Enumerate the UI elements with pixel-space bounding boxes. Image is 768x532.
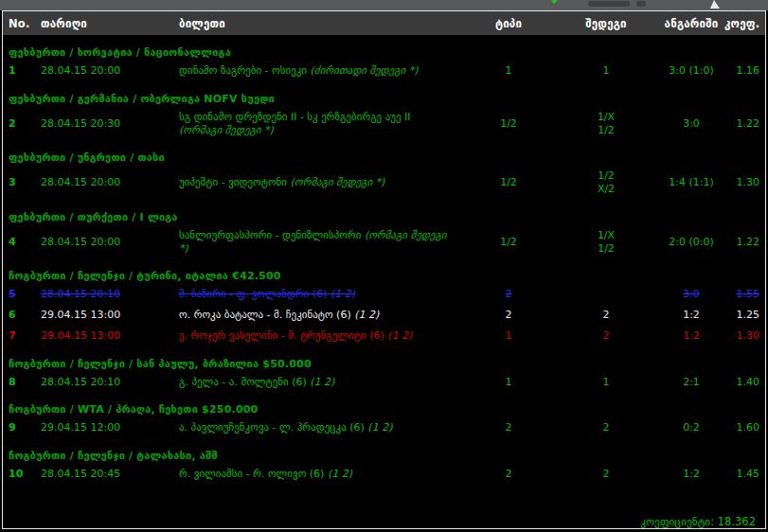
bet-score: 1:2 (658, 468, 724, 481)
bet-ticket: სანლიურფასპორი - დენიზლისპორი (ორმაგი შე… (179, 229, 463, 256)
league-section-title: ჩოგბურთი / ჩელენჯი / სან პაულუ, ბრაზილია… (3, 356, 765, 372)
bet-row: 7 29.04.15 13:00 ე. როჯერ ვასელინი - მ. … (3, 326, 765, 346)
column-header-type: ტიპი (463, 17, 554, 30)
bet-number: 1 (9, 64, 41, 78)
bet-result-line1: 2 (554, 468, 658, 481)
bet-note: (ორმაგი შედეგი *) (179, 124, 274, 136)
bet-match: დინამო ზაგრები - ოსიეკი (179, 64, 307, 77)
bet-result: 2 (554, 468, 658, 481)
bet-date: 28.04.15 20:00 (41, 236, 179, 249)
bet-match: სანლიურფასპორი - დენიზლისპორი (179, 229, 361, 241)
section-rows: 8 28.04.15 20:10 გ. პელა - ა. მოლტენი (6… (3, 372, 765, 393)
table-body: ფეხბურთი / ხორვატია / ნაციონალლიგა 1 28.… (3, 35, 765, 505)
truncated-text (588, 1, 630, 7)
bet-coefficient: 1.16 (724, 64, 759, 78)
bet-number: 5 (9, 288, 41, 301)
bet-result-line2: X/2 (554, 183, 658, 196)
bet-result-line2: 1/2 (554, 124, 658, 137)
bet-number: 6 (9, 309, 41, 322)
section-rows: 5 28.04.15 20:10 მ. ბაზირი - ფ. ვოლანდრი… (3, 284, 765, 346)
bet-row: 9 29.04.15 12:00 ა. პავლიუჩენკოვა - ლ. ჰ… (3, 417, 765, 438)
bet-match: მ. ბაზირი - ფ. ვოლანდრი (6) (179, 288, 328, 300)
bet-ticket: მ. ბაზირი - ფ. ვოლანდრი (6) (1 2) (179, 288, 463, 301)
league-section: ჩოგბურთი / WTA / პრაღა, ჩეხეთი $250.000 … (3, 401, 765, 438)
bet-coefficient: 1.40 (724, 376, 759, 389)
bet-note: (1 2) (367, 421, 392, 434)
bet-result-line1: 2 (554, 309, 658, 322)
bet-score: 3:0 (658, 288, 724, 301)
bet-result: 1/X 1/2 (554, 229, 658, 256)
section-rows: 10 28.04.15 20:45 რ. ვილიამსი - რ. ოლივო… (3, 464, 765, 485)
league-section-title: ფეხბურთი / უნგრეთი / თასი (3, 150, 765, 166)
bet-note: (1 2) (328, 468, 352, 480)
bet-date: 28.04.15 20:00 (41, 64, 179, 78)
bet-coefficient: 1.45 (724, 468, 759, 481)
total-coefficient: კოეფიციენტი: 18.362 (3, 513, 765, 528)
bet-score: 2:1 (658, 376, 724, 389)
bet-row: 3 28.04.15 20:00 უიპეშტი - ვიდეოტონი (ორ… (3, 166, 765, 200)
bet-result-line1: 1/2 (554, 169, 658, 183)
bet-type: 1 (463, 329, 554, 343)
bet-ticket: გ. პელა - ა. მოლტენი (6) (1 2) (179, 376, 463, 389)
bet-result: 2 (554, 329, 658, 343)
bet-row: 2 28.04.15 20:30 სგ დინამო დრეზდენი II -… (3, 107, 765, 141)
bet-number: 7 (9, 329, 41, 343)
bet-ticket: უიპეშტი - ვიდეოტონი (ორმაგი შედეგი *) (179, 176, 463, 189)
league-section-title: ფეხბურთი / გერმანია / ობერლიგა NOFV სუედ… (3, 91, 765, 107)
bet-note: (1 2) (354, 309, 379, 321)
bet-match: სგ დინამო დრეზდენი II - სკ ერზგებირგე აუ… (179, 111, 411, 123)
bet-score: 3:0 (658, 117, 724, 131)
green-check-icon: ✔ (550, 0, 563, 8)
bet-score: 0:2 (658, 421, 724, 434)
bet-coefficient: 1.25 (724, 309, 759, 322)
column-header-score: ანგარიში (658, 17, 724, 30)
league-section-title: ჩოგბურთი / WTA / პრაღა, ჩეხეთი $250.000 (3, 401, 765, 417)
truncated-text (636, 1, 646, 7)
bet-result-line1: 1/X (554, 111, 658, 124)
bet-number: 8 (9, 376, 41, 389)
bet-type: 1 (463, 64, 554, 78)
bet-coefficient: 1.30 (724, 176, 759, 189)
bet-coefficient: 1.30 (724, 329, 759, 343)
bet-row: 4 28.04.15 20:00 სანლიურფასპორი - დენიზლ… (3, 225, 765, 259)
bet-date: 28.04.15 20:45 (41, 468, 179, 481)
bet-date: 28.04.15 20:30 (41, 117, 179, 131)
bet-result: 1 (554, 376, 658, 389)
bet-match: გ. პელა - ა. მოლტენი (6) (179, 376, 307, 388)
bet-coefficient: 1.22 (724, 236, 759, 249)
bet-row: 5 28.04.15 20:10 მ. ბაზირი - ფ. ვოლანდრი… (3, 284, 765, 305)
bet-note: (ორმაგი შედეგი *) (291, 176, 385, 188)
bet-result-line1: 2 (554, 329, 658, 343)
league-section-title: ფეხბურთი / ხორვატია / ნაციონალლიგა (3, 44, 765, 61)
bet-note: (1 2) (310, 376, 334, 388)
bet-date: 28.04.15 20:10 (41, 288, 179, 301)
bet-result: 1/X 1/2 (554, 111, 658, 137)
bet-type: 1/2 (463, 117, 554, 131)
bet-ticket: რ. ვილიამსი - რ. ოლივო (6) (1 2) (179, 468, 463, 481)
bet-row: 1 28.04.15 20:00 დინამო ზაგრები - ოსიეკი… (3, 61, 765, 81)
bet-score: 1:2 (658, 329, 724, 343)
bet-note: (ძირითადი შედეგი *) (311, 64, 419, 77)
bet-result: 1 (554, 64, 658, 78)
bet-row: 8 28.04.15 20:10 გ. პელა - ა. მოლტენი (6… (3, 372, 765, 393)
mouse-cursor-icon (710, 0, 720, 9)
section-rows: 9 29.04.15 12:00 ა. პავლიუჩენკოვა - ლ. ჰ… (3, 417, 765, 438)
league-section-title: ფეხბურთი / თურქეთი / I ლიგა (3, 209, 765, 225)
total-coefficient-value: 18.362 (718, 515, 756, 528)
bet-note: (1 2) (387, 329, 412, 342)
bet-number: 2 (9, 117, 41, 131)
bet-result: 2 (554, 421, 658, 434)
bet-ticket: ე. როჯერ ვასელინი - მ. ტრუნგელიტი (6) (1… (179, 329, 463, 343)
bet-number: 3 (9, 176, 41, 189)
section-rows: 2 28.04.15 20:30 სგ დინამო დრეზდენი II -… (3, 107, 765, 141)
bet-number: 9 (9, 421, 41, 434)
bet-type: 2 (463, 288, 554, 301)
bet-type: 1/2 (463, 176, 554, 189)
column-header-date: თარიღი (41, 17, 179, 30)
league-section: ფეხბურთი / უნგრეთი / თასი 3 28.04.15 20:… (3, 150, 765, 200)
bet-result-line1: 1 (554, 376, 658, 389)
section-rows: 3 28.04.15 20:00 უიპეშტი - ვიდეოტონი (ორ… (3, 166, 765, 200)
league-section: ფეხბურთი / ხორვატია / ნაციონალლიგა 1 28.… (3, 44, 765, 81)
bet-result-line1: 1/X (554, 229, 658, 242)
bet-match: უიპეშტი - ვიდეოტონი (179, 176, 287, 188)
